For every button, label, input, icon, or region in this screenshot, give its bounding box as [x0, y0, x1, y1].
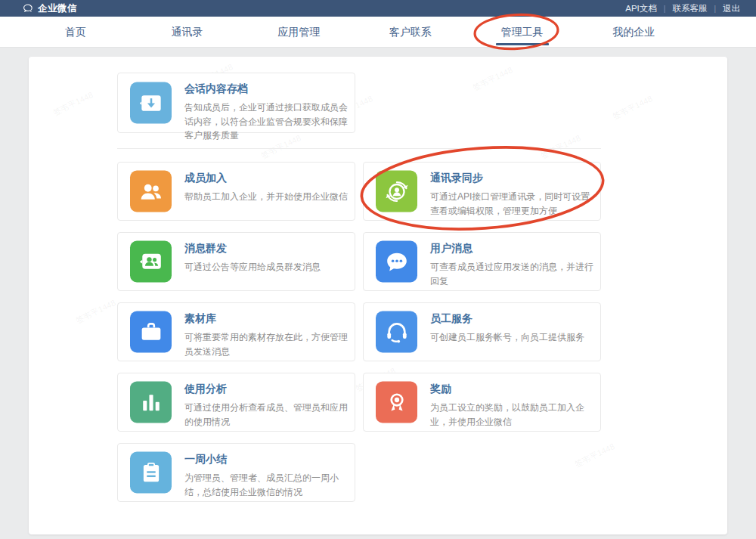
api-docs-link[interactable]: API文档	[618, 3, 664, 14]
tab-app-management[interactable]: 应用管理	[243, 17, 355, 48]
watermark: 签韦平1448	[471, 64, 515, 94]
contacts-sync-icon	[376, 171, 417, 212]
card-description: 帮助员工加入企业，并开始使用企业微信	[184, 190, 349, 204]
card-material-library[interactable]: 素材库 可将重要常用的素材存放在此，方便管理员发送消息	[117, 302, 355, 361]
card-title: 员工服务	[430, 312, 594, 326]
card-title: 素材库	[184, 312, 349, 326]
admin-tools-panel: 签韦平1448 签韦平1448 签韦平1448 签韦平1448 签韦平1448 …	[29, 57, 727, 534]
card-bulk-message[interactable]: 消息群发 可通过公告等应用给成员群发消息	[117, 232, 355, 291]
watermark: 签韦平1448	[573, 441, 617, 470]
wechat-work-bubble-icon	[23, 3, 34, 14]
card-description: 告知成员后，企业可通过接口获取成员会话内容，以符合企业监管合规要求和保障客户服务…	[184, 101, 349, 143]
staff-service-icon	[376, 311, 417, 353]
card-contacts-sync[interactable]: 通讯录同步 可通过API接口管理通讯录，同时可设置查看或编辑权限，管理更加方便	[363, 162, 601, 221]
members-join-icon	[130, 171, 172, 212]
tab-my-company[interactable]: 我的企业	[578, 17, 689, 48]
card-session-archive[interactable]: 会话内容存档 告知成员后，企业可通过接口获取成员会话内容，以符合企业监管合规要求…	[117, 73, 355, 133]
weekly-summary-icon	[130, 452, 172, 494]
card-title: 成员加入	[184, 172, 349, 185]
card-staff-service[interactable]: 员工服务 可创建员工服务帐号，向员工提供服务	[363, 302, 601, 361]
tab-customer-contact[interactable]: 客户联系	[355, 17, 466, 48]
contact-support-link[interactable]: 联系客服	[665, 3, 714, 14]
header-links: API文档 | 联系客服 | 退出	[618, 3, 747, 14]
card-usage-analysis[interactable]: 使用分析 可通过使用分析查看成员、管理员和应用的使用情况	[117, 373, 355, 432]
logout-link[interactable]: 退出	[716, 3, 747, 14]
card-title: 通讯录同步	[430, 172, 594, 185]
card-user-message[interactable]: 用户消息 可查看成员通过应用发送的消息，并进行回复	[363, 232, 601, 291]
card-title: 消息群发	[184, 242, 349, 256]
tab-contacts[interactable]: 通讯录	[132, 17, 243, 48]
main-nav-bar: 首页 通讯录 应用管理 客户联系 管理工具 我的企业	[0, 17, 756, 48]
card-description: 可将重要常用的素材存放在此，方便管理员发送消息	[184, 330, 349, 358]
card-title: 用户消息	[430, 242, 594, 256]
watermark: 签韦平1448	[51, 89, 95, 119]
card-description: 为员工设立的奖励，以鼓励员工加入企业，并使用企业微信	[430, 401, 594, 429]
card-description: 可创建员工服务帐号，向员工提供服务	[430, 330, 594, 345]
user-message-icon	[376, 241, 417, 283]
card-title: 使用分析	[184, 383, 349, 396]
card-description: 可通过使用分析查看成员、管理员和应用的使用情况	[184, 401, 349, 429]
card-members-join[interactable]: 成员加入 帮助员工加入企业，并开始使用企业微信	[117, 162, 355, 221]
archive-download-icon	[130, 82, 172, 124]
watermark: 签韦平1448	[611, 93, 655, 122]
card-description: 可查看成员通过应用发送的消息，并进行回复	[430, 260, 594, 288]
card-description: 可通过API接口管理通讯录，同时可设置查看或编辑权限，管理更加方便	[430, 190, 594, 218]
card-title: 一周小结	[184, 453, 349, 466]
card-title: 会话内容存档	[184, 82, 349, 96]
card-weekly-summary[interactable]: 一周小结 为管理员、管理者、成员汇总的一周小结，总结使用企业微信的情况	[117, 443, 355, 502]
usage-analysis-icon	[130, 382, 172, 423]
top-header-bar: 企业微信 API文档 | 联系客服 | 退出	[0, 0, 756, 17]
watermark: 签韦平1448	[539, 132, 583, 162]
reward-icon	[376, 382, 417, 423]
app-logo[interactable]: 企业微信	[23, 2, 77, 15]
section-divider	[117, 148, 601, 149]
card-description: 可通过公告等应用给成员群发消息	[184, 260, 349, 274]
tab-home[interactable]: 首页	[20, 17, 132, 48]
bulk-message-icon	[130, 241, 172, 283]
card-description: 为管理员、管理者、成员汇总的一周小结，总结使用企业微信的情况	[184, 471, 349, 499]
watermark: 签韦平1448	[74, 297, 118, 327]
tab-admin-tools[interactable]: 管理工具	[466, 17, 578, 48]
card-title: 奖励	[430, 383, 594, 396]
card-reward[interactable]: 奖励 为员工设立的奖励，以鼓励员工加入企业，并使用企业微信	[363, 373, 601, 432]
active-tab-underline	[496, 43, 549, 45]
material-library-icon	[130, 311, 172, 353]
app-title: 企业微信	[38, 2, 77, 15]
